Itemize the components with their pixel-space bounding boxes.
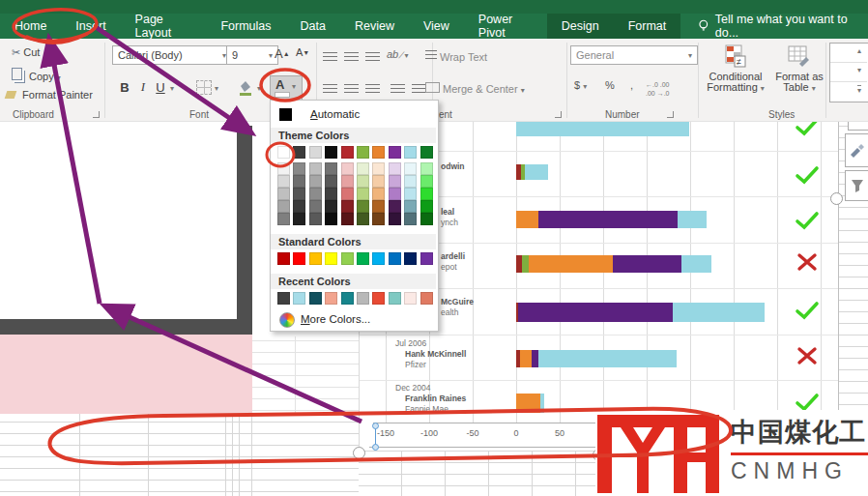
- variant-r4-swatch-3[interactable]: [325, 213, 337, 225]
- tab-formulas[interactable]: Formulas: [206, 14, 285, 39]
- chart-filters-button[interactable]: [845, 170, 868, 201]
- recent-swatch-8[interactable]: [404, 292, 417, 305]
- variant-r1-swatch-6[interactable]: [372, 175, 385, 188]
- variant-r4-swatch-4[interactable]: [341, 213, 354, 225]
- font-color-dropdown-icon[interactable]: ▾: [292, 82, 296, 91]
- cut-button[interactable]: ✂ Cut: [12, 46, 40, 59]
- number-dialog-launcher[interactable]: [667, 111, 674, 118]
- theme-swatch-9[interactable]: [420, 146, 433, 159]
- increase-decimal-button[interactable]: ←.0 .00: [646, 81, 670, 88]
- conditional-formatting-button[interactable]: ≠ ConditionalFormatting ▾: [706, 44, 766, 94]
- recent-swatch-1[interactable]: [293, 292, 305, 305]
- shrink-font-button[interactable]: A▼: [296, 46, 309, 58]
- variant-r3-swatch-8[interactable]: [404, 200, 417, 213]
- standard-swatch-3[interactable]: [325, 252, 337, 265]
- percent-button[interactable]: %: [605, 79, 615, 91]
- italic-button[interactable]: I: [136, 77, 150, 97]
- chart-styles-button[interactable]: [845, 133, 868, 167]
- font-color-button[interactable]: A ▾: [270, 75, 303, 101]
- variant-r2-swatch-5[interactable]: [357, 188, 369, 200]
- variant-r2-swatch-6[interactable]: [372, 188, 385, 200]
- variant-r0-swatch-0[interactable]: [277, 162, 290, 175]
- variant-r3-swatch-3[interactable]: [325, 200, 337, 213]
- recent-swatch-7[interactable]: [389, 292, 401, 305]
- tab-format[interactable]: Format: [614, 14, 681, 39]
- variant-r3-swatch-2[interactable]: [309, 200, 322, 213]
- top-align-button[interactable]: [323, 49, 337, 67]
- variant-r4-swatch-8[interactable]: [404, 213, 417, 225]
- variant-r1-swatch-0[interactable]: [277, 175, 290, 188]
- theme-swatch-8[interactable]: [404, 146, 417, 159]
- gallery-down-icon[interactable]: ▾: [857, 66, 861, 74]
- variant-r0-swatch-3[interactable]: [325, 162, 337, 175]
- tab-home[interactable]: Home: [0, 14, 61, 39]
- underline-button[interactable]: U: [153, 77, 168, 97]
- variant-r3-swatch-7[interactable]: [389, 200, 401, 213]
- recent-swatch-0[interactable]: [277, 292, 290, 305]
- variant-r1-swatch-3[interactable]: [325, 175, 337, 188]
- fill-color-button[interactable]: [236, 77, 255, 97]
- variant-r1-swatch-9[interactable]: [420, 175, 433, 188]
- variant-r4-swatch-0[interactable]: [277, 213, 290, 225]
- theme-swatch-7[interactable]: [389, 146, 401, 159]
- merge-center-button[interactable]: Merge & Center ▾: [425, 82, 525, 95]
- variant-r1-swatch-8[interactable]: [404, 175, 417, 188]
- standard-swatch-0[interactable]: [277, 252, 290, 265]
- variant-r2-swatch-2[interactable]: [309, 188, 322, 200]
- variant-r3-swatch-0[interactable]: [277, 200, 290, 213]
- variant-r3-swatch-9[interactable]: [420, 200, 433, 213]
- recent-swatch-5[interactable]: [357, 292, 369, 305]
- variant-r1-swatch-2[interactable]: [309, 175, 322, 188]
- variant-r2-swatch-0[interactable]: [277, 188, 290, 200]
- align-left-button[interactable]: [323, 81, 337, 99]
- recent-swatch-6[interactable]: [372, 292, 385, 305]
- variant-r2-swatch-3[interactable]: [325, 188, 337, 200]
- variant-r1-swatch-7[interactable]: [389, 175, 401, 188]
- recent-swatch-3[interactable]: [325, 292, 337, 305]
- gallery-up-icon[interactable]: ▴: [857, 46, 861, 55]
- currency-button[interactable]: $ ▾: [574, 79, 587, 91]
- axis-handle-bottom[interactable]: [372, 444, 379, 451]
- variant-r2-swatch-7[interactable]: [389, 188, 401, 200]
- comma-button[interactable]: ,: [630, 79, 633, 91]
- decrease-decimal-button[interactable]: .00 →.0: [646, 90, 670, 97]
- borders-dropdown-icon[interactable]: ▾: [215, 84, 218, 93]
- recent-swatch-9[interactable]: [420, 292, 433, 305]
- tell-me-box[interactable]: Tell me what you want to do...: [680, 14, 868, 39]
- standard-swatch-7[interactable]: [389, 252, 401, 265]
- increase-indent-button[interactable]: [412, 81, 426, 99]
- borders-button[interactable]: [196, 80, 212, 95]
- format-as-table-button[interactable]: Format asTable ▾: [771, 44, 827, 94]
- tab-view[interactable]: View: [409, 14, 464, 39]
- variant-r3-swatch-1[interactable]: [293, 200, 305, 213]
- align-center-button[interactable]: [344, 81, 359, 99]
- decrease-indent-button[interactable]: [391, 81, 405, 99]
- align-right-button[interactable]: [365, 81, 380, 99]
- standard-swatch-8[interactable]: [404, 252, 417, 265]
- variant-r1-swatch-4[interactable]: [341, 175, 354, 188]
- standard-swatch-1[interactable]: [293, 252, 305, 265]
- middle-align-button[interactable]: [344, 49, 359, 67]
- variant-r0-swatch-2[interactable]: [309, 162, 322, 175]
- tab-design[interactable]: Design: [547, 14, 614, 39]
- underline-dropdown-icon[interactable]: ▾: [170, 84, 174, 93]
- recent-swatch-2[interactable]: [309, 292, 322, 305]
- font-size-combo[interactable]: 9▾: [226, 45, 278, 65]
- gallery-more-icon[interactable]: ▾: [857, 85, 861, 95]
- tab-data[interactable]: Data: [286, 14, 340, 39]
- fill-color-dropdown-icon[interactable]: ▾: [257, 84, 261, 93]
- tab-power-pivot[interactable]: Power Pivot: [464, 14, 547, 39]
- tab-page-layout[interactable]: Page Layout: [121, 14, 207, 39]
- cell-styles-gallery[interactable]: ▴ ▾ ▾: [829, 43, 868, 102]
- variant-r0-swatch-4[interactable]: [341, 162, 354, 175]
- more-colors-item[interactable]: More Colors...: [271, 309, 436, 331]
- variant-r4-swatch-2[interactable]: [309, 213, 322, 225]
- standard-swatch-6[interactable]: [372, 252, 385, 265]
- font-name-combo[interactable]: Calibri (Body)▾: [112, 45, 232, 65]
- variant-r0-swatch-5[interactable]: [357, 162, 369, 175]
- variant-r4-swatch-7[interactable]: [389, 213, 401, 225]
- variant-r4-swatch-1[interactable]: [293, 213, 305, 225]
- variant-r0-swatch-1[interactable]: [293, 162, 305, 175]
- bottom-align-button[interactable]: [365, 49, 380, 67]
- variant-r2-swatch-8[interactable]: [404, 188, 417, 200]
